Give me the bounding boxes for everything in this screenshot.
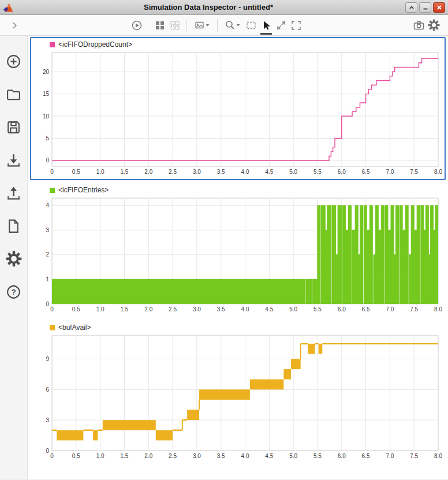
svg-text:0: 0	[50, 169, 54, 175]
chart-canvas[interactable]: 00.51.01.52.02.53.03.54.04.55.05.56.06.5…	[32, 195, 443, 315]
svg-text:6.0: 6.0	[338, 453, 346, 459]
plus-circle-icon	[6, 54, 21, 69]
svg-text:7.5: 7.5	[410, 453, 418, 459]
fit-to-view-button[interactable]	[274, 17, 289, 34]
sidebar-save-button[interactable]	[3, 117, 24, 137]
diagonal-arrows-icon	[275, 20, 287, 31]
svg-text:2.0: 2.0	[144, 453, 152, 459]
svg-text:7.5: 7.5	[410, 306, 418, 312]
svg-text:5: 5	[46, 135, 49, 142]
window-title: Simulation Data Inspector - untitled*	[13, 3, 404, 12]
svg-text:7.5: 7.5	[410, 169, 418, 175]
svg-text:0: 0	[50, 453, 54, 459]
svg-text:20: 20	[43, 69, 50, 75]
arrow-up-tray-icon	[6, 185, 21, 201]
x-icon	[436, 4, 443, 11]
svg-text:0: 0	[46, 157, 49, 163]
signal-plot-panel-fifo-entries[interactable]: <icFIFOEntries> 00.51.01.52.02.53.03.54.…	[30, 183, 446, 318]
svg-text:7.0: 7.0	[386, 306, 394, 312]
settings-button[interactable]	[426, 17, 441, 34]
grid-dashed-icon	[169, 20, 181, 31]
svg-text:4.5: 4.5	[265, 453, 273, 459]
svg-text:5.5: 5.5	[313, 169, 322, 175]
svg-text:3.0: 3.0	[193, 453, 201, 459]
sidebar-add-button[interactable]	[3, 51, 24, 72]
export-image-button[interactable]	[191, 17, 213, 34]
collapse-panel-button[interactable]	[7, 17, 22, 34]
svg-text:0: 0	[46, 448, 49, 454]
svg-text:8.0: 8.0	[434, 306, 442, 312]
snapshot-button[interactable]	[411, 17, 426, 34]
sidebar-open-button[interactable]	[3, 84, 24, 105]
svg-text:6.0: 6.0	[338, 169, 346, 175]
fullscreen-button[interactable]	[289, 17, 304, 34]
plot-legend[interactable]: <icFIFOEntries>	[32, 185, 443, 195]
minus-icon	[422, 4, 429, 11]
svg-text:3: 3	[46, 227, 49, 233]
svg-text:5.5: 5.5	[313, 453, 322, 459]
cursor-arrow-icon	[260, 20, 272, 31]
svg-text:7.0: 7.0	[386, 453, 394, 459]
plot-legend[interactable]: <icFIFODroppedCount>	[32, 39, 443, 50]
legend-signal-name: <bufAvail>	[58, 323, 91, 332]
legend-color-swatch	[50, 325, 55, 330]
question-circle-icon: ?	[6, 284, 21, 300]
dropdown-caret-icon	[236, 23, 241, 28]
dashed-rectangle-icon	[245, 20, 257, 31]
svg-text:2.5: 2.5	[169, 169, 177, 175]
svg-text:1.5: 1.5	[120, 306, 128, 312]
run-button[interactable]	[129, 17, 144, 34]
pointer-tool-button[interactable]	[259, 17, 274, 34]
plot-legend[interactable]: <bufAvail>	[32, 322, 443, 333]
sidebar-help-button[interactable]: ?	[3, 281, 24, 302]
corner-brackets-icon	[290, 20, 302, 31]
svg-text:2.0: 2.0	[144, 306, 152, 312]
svg-text:8.0: 8.0	[434, 453, 442, 459]
document-icon	[6, 218, 21, 234]
close-button[interactable]	[433, 2, 445, 13]
zoom-dropdown-button[interactable]	[222, 17, 244, 34]
layout-grid-button[interactable]	[152, 17, 167, 34]
svg-text:6.5: 6.5	[362, 169, 370, 175]
zoom-region-button[interactable]	[244, 17, 259, 34]
chart-canvas[interactable]: 00.51.01.52.02.53.03.54.04.55.05.56.06.5…	[32, 50, 443, 178]
svg-text:3.5: 3.5	[217, 169, 225, 175]
svg-text:15: 15	[43, 91, 50, 97]
sidebar-import-button[interactable]	[3, 150, 24, 170]
svg-text:1.0: 1.0	[96, 453, 104, 459]
shade-button[interactable]	[405, 2, 417, 13]
main-toolbar	[0, 15, 448, 36]
svg-text:0: 0	[46, 301, 49, 307]
svg-text:8.0: 8.0	[434, 169, 442, 175]
sidebar-preferences-button[interactable]	[3, 248, 24, 269]
svg-text:6.0: 6.0	[338, 306, 346, 312]
signal-plot-panel-buf-avail[interactable]: <bufAvail> 00.51.01.52.02.53.03.54.04.55…	[30, 320, 446, 464]
svg-text:5.0: 5.0	[289, 453, 297, 459]
dropdown-caret-icon	[205, 23, 210, 28]
matlab-logo-icon	[3, 2, 13, 13]
svg-text:3.0: 3.0	[193, 169, 201, 175]
svg-text:10: 10	[43, 113, 50, 120]
layout-custom-button[interactable]	[167, 17, 182, 34]
sidebar-export-button[interactable]	[3, 183, 24, 203]
svg-text:3.5: 3.5	[217, 306, 225, 312]
svg-text:3: 3	[46, 417, 49, 423]
svg-text:5.0: 5.0	[289, 169, 297, 175]
window-titlebar: Simulation Data Inspector - untitled*	[0, 0, 448, 15]
svg-text:9: 9	[46, 356, 49, 362]
svg-text:4.5: 4.5	[265, 169, 273, 175]
svg-text:5.0: 5.0	[289, 306, 297, 312]
svg-text:4: 4	[46, 202, 49, 209]
chevron-right-icon	[11, 21, 18, 30]
plot-area: <icFIFODroppedCount> 00.51.01.52.02.53.0…	[28, 36, 448, 479]
sidebar-report-button[interactable]	[3, 215, 24, 236]
svg-text:3.0: 3.0	[193, 306, 201, 312]
svg-text:?: ?	[11, 288, 16, 296]
signal-plot-panel-dropped-count[interactable]: <icFIFODroppedCount> 00.51.01.52.02.53.0…	[30, 37, 446, 180]
svg-text:0.5: 0.5	[72, 306, 80, 312]
minimize-button[interactable]	[419, 2, 431, 13]
chart-canvas[interactable]: 00.51.01.52.02.53.03.54.04.55.05.56.06.5…	[32, 333, 443, 462]
svg-text:4.0: 4.0	[241, 453, 249, 459]
svg-text:4.0: 4.0	[241, 169, 249, 175]
svg-text:2.5: 2.5	[169, 306, 177, 312]
